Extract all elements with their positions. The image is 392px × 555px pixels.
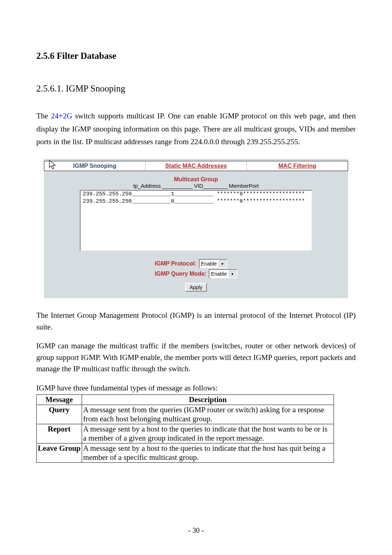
msg-name: Report [37,424,82,443]
model-link[interactable]: 24+2G [51,112,73,120]
igmp-settings-form: IGMP Protocol: Enable ▼ IGMP Query Mode:… [155,259,237,279]
msg-name: Query [37,405,82,424]
list-row: 239.255.255.250____________1____________… [83,191,305,197]
message-types-table: Message Description Query A message sent… [36,394,334,463]
tab-mac-filtering[interactable]: MAC Filtering [247,161,348,171]
tab-bar: IGMP Snooping Static MAC Addresses MAC F… [44,161,348,171]
msg-desc: A message sent from the queries (IGMP ro… [82,405,334,424]
chevron-down-icon: ▼ [219,260,226,267]
msg-name: Leave Group [37,443,82,463]
panel-area: Multicast Group Ip_Address __________ VI… [44,175,348,292]
col-header-message: Message [37,395,82,405]
msg-desc: A message sent by a host to the queries … [82,424,334,443]
form-row-query-mode: IGMP Query Mode: Enable ▼ [155,269,237,279]
apply-button[interactable]: Apply [185,283,207,292]
tab-igmp-snooping[interactable]: IGMP Snooping [44,161,146,171]
msg-desc: A message sent by a host to the queries … [82,443,334,463]
section-heading: 2.5.6 Filter Database [36,51,356,61]
table-row: Leave Group A message sent by a host to … [37,443,334,463]
multicast-listbox[interactable]: 239.255.255.250____________1____________… [80,190,312,251]
select-value: Enable [201,261,217,267]
col-header-description: Description [82,395,334,405]
table-row: Query A message sent from the queries (I… [37,405,334,424]
cursor-icon [48,160,58,171]
intro-pre: The [36,112,51,120]
intro-post: switch supports multicast IP. One can en… [36,112,356,146]
tab-static-mac[interactable]: Static MAC Addresses [146,161,247,171]
body-paragraph-1: The Internet Group Management Protocol (… [36,310,356,333]
table-row: Report A message sent by a host to the q… [37,424,334,443]
select-value: Enable [211,271,227,277]
intro-paragraph: The 24+2G switch supports multicast IP. … [36,110,356,149]
page-number: - 30 - [0,526,392,535]
body-paragraph-2: IGMP can manage the multicast traffic if… [36,340,356,375]
igmp-protocol-select[interactable]: Enable ▼ [199,259,228,268]
chevron-down-icon: ▼ [229,271,236,277]
embedded-screenshot: IGMP Snooping Static MAC Addresses MAC F… [44,159,348,298]
multicast-group-headers: Ip_Address __________ VID________ Member… [133,183,259,189]
multicast-group-title: Multicast Group [174,176,218,183]
igmp-query-mode-select[interactable]: Enable ▼ [209,269,237,279]
body-paragraph-3: IGMP have three fundamental types of mes… [36,382,356,394]
list-row: 239.255.255.250____________8____________… [83,198,305,204]
igmp-query-mode-label: IGMP Query Mode: [155,271,207,277]
table-header-row: Message Description [37,395,334,405]
form-row-protocol: IGMP Protocol: Enable ▼ [155,259,227,268]
subsection-heading: 2.5.6.1. IGMP Snooping [36,84,356,94]
igmp-protocol-label: IGMP Protocol: [155,260,196,267]
